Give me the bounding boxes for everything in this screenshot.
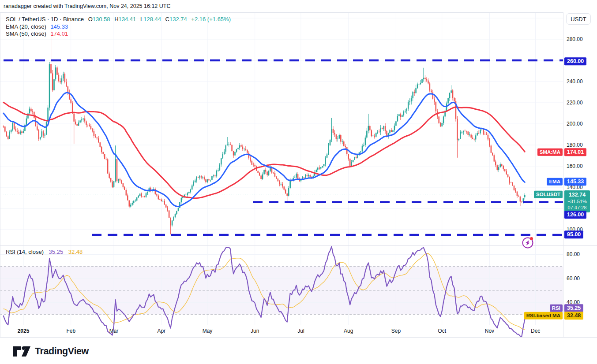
open-key: O [88,16,93,22]
flash-alert-icon[interactable] [523,237,533,248]
time-tick-label: Nov [485,328,494,334]
support-resistance-lines[interactable] [4,60,563,235]
low-value: 128.44 [143,16,161,22]
ema-value-badge: 145.33 [564,178,586,186]
time-tick-label: Jul [297,328,304,334]
sma-tag-badge: SMA:MA [537,149,563,156]
level-126-badge: 126.00 [564,211,586,219]
price-tick-label: 280.00 [567,36,583,42]
symbol-legend: SOL / TetherUS · 1D · Binance O130.58 H1… [6,16,231,38]
symbol-title: SOL / TetherUS · 1D · Binance [6,16,84,22]
price-tick-label: 240.00 [567,78,583,85]
sma-50-line [4,102,525,198]
time-tick-label: May [203,328,213,334]
tradingview-chart-export: ranadagger created with TradingView.com,… [0,0,597,364]
change-percent: −31.51% [564,199,590,205]
symbol-tag-badge: SOLUSDT [534,191,563,198]
time-tick-label: Dec [531,328,540,334]
price-tick-label: 220.00 [567,100,583,106]
time-tick-label: Jun [251,328,259,334]
time-tick-label: Feb [66,328,75,334]
close-key: C [165,16,169,22]
price-tick-label: 160.00 [567,163,583,169]
time-tick-label: Oct [438,328,446,334]
ema-tag-badge: EMA [547,178,563,186]
rsi-ma-tag-badge: RSI-based MA [524,312,563,319]
last-price-value: 132.74 [564,191,590,199]
rsi-value-badge: 35.25 [564,304,583,312]
time-tick-label: Mar [109,328,119,334]
sma-value: 174.01 [50,30,68,37]
bar-countdown: 07:47:28 [564,205,590,211]
time-tick-label: Sep [391,328,401,334]
time-tick-label: Aug [344,328,353,334]
sma-label: SMA (50, close) [6,30,46,37]
legend-sma-row: SMA (50, close) 174.01 [6,30,231,38]
rsi-tick-label: 80.00 [567,251,580,257]
rsi-ma-value-badge: 32.48 [564,312,583,319]
time-tick-label: 2025 [18,328,30,334]
rsi-value: 35.25 [49,249,64,255]
rsi-ma-value: 32.48 [68,249,83,255]
level-260-badge: 260.00 [564,57,586,65]
chart-canvas [0,0,597,364]
open-value: 130.58 [93,16,110,22]
rsi-legend: RSI (14, close) 35.25 32.48 [6,249,83,255]
ema-label: EMA (20, close) [6,23,46,30]
rsi-tick-label: 60.00 [567,275,580,282]
attribution-text: ranadagger created with TradingView.com,… [4,3,170,9]
high-key: H [114,16,118,22]
high-value: 134.41 [119,16,136,22]
sma-value-badge: 174.01 [564,148,586,156]
ema-value: 145.33 [50,23,68,30]
tradingview-logo-mark [12,345,31,357]
legend-ohlc-row: SOL / TetherUS · 1D · Binance O130.58 H1… [6,16,231,23]
price-tick-label: 200.00 [567,121,583,127]
level-95-badge: 95.00 [564,230,583,238]
tradingview-logo[interactable]: TradingView [12,345,89,357]
change-value: +2.16 (+1.65%) [191,16,231,22]
tradingview-logo-text: TradingView [35,346,89,357]
rsi-tag-badge: RSI [550,305,563,312]
legend-ema-row: EMA (20, close) 145.33 [6,23,231,31]
time-tick-label: Apr [157,328,165,334]
currency-toggle-button[interactable]: USDT [566,13,591,25]
close-value: 132.74 [169,16,187,22]
price-tick-label: 180.00 [567,142,583,148]
rsi-label: RSI (14, close) [6,249,44,255]
last-price-badge: 132.74 −31.51% 07:47:28 [564,190,590,212]
